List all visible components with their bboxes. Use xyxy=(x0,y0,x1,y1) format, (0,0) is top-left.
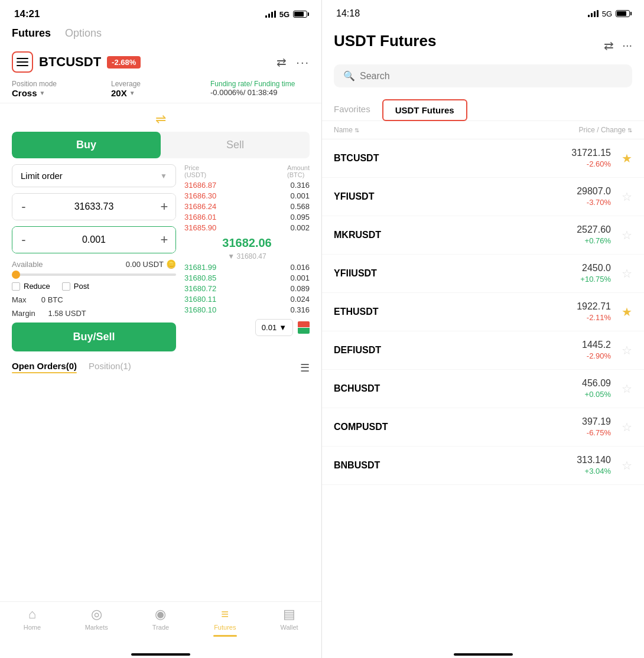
inst-price-col-defiusdt: 1445.2 -2.90% xyxy=(473,340,612,361)
qty-select[interactable]: 0.01 ▼ xyxy=(255,319,293,336)
right-time: 14:18 xyxy=(336,8,360,19)
nav-trade[interactable]: ◉ Trade xyxy=(129,607,193,637)
amount-input[interactable] xyxy=(35,234,153,245)
inst-change-yfiusdt: -3.70% xyxy=(587,198,611,207)
star-col-compusdt[interactable]: ☆ xyxy=(611,420,632,434)
tab-futures[interactable]: Futures xyxy=(12,27,51,42)
order-type-icon[interactable] xyxy=(298,321,310,334)
instrument-row-mkrusdt[interactable]: MKRUSDT 2527.60 +0.76% ☆ xyxy=(322,216,644,255)
star-compusdt[interactable]: ☆ xyxy=(622,421,632,434)
instrument-row-ethusdt[interactable]: ETHUSDT 1922.71 -2.11% ★ xyxy=(322,293,644,331)
instrument-row-bchusdt[interactable]: BCHUSDT 456.09 +0.05% ☆ xyxy=(322,370,644,408)
wallet-icon: ▤ xyxy=(283,607,295,622)
nav-futures[interactable]: ≡ Futures xyxy=(193,607,257,637)
reduce-checkbox[interactable] xyxy=(12,282,20,291)
open-orders-tab[interactable]: Open Orders(0) xyxy=(12,361,77,371)
right-signal-icon xyxy=(588,10,599,17)
instrument-row-btcusdt[interactable]: BTCUSDT 31721.15 -2.60% ★ xyxy=(322,139,644,178)
star-col-bnbusdt[interactable]: ☆ xyxy=(611,458,632,473)
left-tabs-row: Futures Options xyxy=(12,27,310,42)
inst-price-col-yfiusdt: 29807.0 -3.70% xyxy=(473,186,612,207)
exchange-icon[interactable]: ⇄ xyxy=(277,55,287,69)
buy-sell-row: Buy Sell xyxy=(12,132,310,158)
sell-button[interactable]: Sell xyxy=(161,132,310,158)
price-increase-button[interactable]: + xyxy=(153,194,175,220)
star-col-yfiusdt[interactable]: ☆ xyxy=(611,190,632,204)
post-checkbox-item[interactable]: Post xyxy=(62,282,89,291)
star-defiusdt[interactable]: ☆ xyxy=(622,344,632,357)
star-col-bchusdt[interactable]: ☆ xyxy=(611,382,632,396)
instrument-row-bnbusdt[interactable]: BNBUSDT 313.140 +3.04% ☆ xyxy=(322,447,644,485)
inst-price-yfiiusdt: 2450.0 xyxy=(473,263,612,273)
star-yfiiusdt[interactable]: ☆ xyxy=(622,267,632,280)
star-mkrusdt[interactable]: ☆ xyxy=(622,229,632,242)
price-change-column-header[interactable]: Price / Change ⇅ xyxy=(483,126,633,134)
star-bnbusdt[interactable]: ☆ xyxy=(622,459,632,472)
post-label: Post xyxy=(74,282,89,291)
orders-list-icon[interactable]: ☰ xyxy=(300,361,310,374)
ob-amount-header: Amount (BTC) xyxy=(287,164,310,178)
instrument-row-defiusdt[interactable]: DEFIUSDT 1445.2 -2.90% ☆ xyxy=(322,331,644,370)
reduce-checkbox-item[interactable]: Reduce xyxy=(12,282,50,291)
ticker-right-icons: ⇄ ··· xyxy=(277,55,310,69)
instrument-row-yfiusdt[interactable]: YFIUSDT 29807.0 -3.70% ☆ xyxy=(322,178,644,216)
post-checkbox[interactable] xyxy=(62,282,70,291)
more-options-icon[interactable]: ··· xyxy=(296,56,310,69)
ask-row-3: 31686.24 0.568 xyxy=(184,202,310,211)
nav-wallet[interactable]: ▤ Wallet xyxy=(257,607,321,637)
amount-decrease-button[interactable]: - xyxy=(12,227,35,253)
checkboxes-row: Reduce Post xyxy=(12,282,176,291)
limit-order-dropdown[interactable]: Limit order ▼ xyxy=(12,164,176,187)
star-col-ethusdt[interactable]: ★ xyxy=(611,305,632,319)
name-column-header[interactable]: Name ⇅ xyxy=(334,126,483,134)
price-input[interactable] xyxy=(35,201,153,212)
inst-name-yfiiusdt: YFIIUSDT xyxy=(334,268,473,279)
search-input[interactable] xyxy=(360,71,623,82)
leverage-col: Leverage 20X ▼ xyxy=(111,80,210,98)
instrument-row-yfiiusdt[interactable]: YFIIUSDT 2450.0 +10.75% ☆ xyxy=(322,255,644,293)
right-more-icon[interactable]: ··· xyxy=(622,38,632,53)
position-mode-value[interactable]: Cross ▼ xyxy=(12,88,111,98)
menu-line-1 xyxy=(17,58,28,59)
star-bchusdt[interactable]: ☆ xyxy=(622,382,632,395)
search-bar[interactable]: 🔍 xyxy=(334,64,632,87)
name-sort-icon: ⇅ xyxy=(354,127,359,133)
nav-home[interactable]: ⌂ Home xyxy=(0,607,64,637)
inst-name-yfiusdt: YFIUSDT xyxy=(334,191,473,202)
menu-icon[interactable] xyxy=(12,51,33,73)
price-decrease-button[interactable]: - xyxy=(12,194,35,220)
inst-price-bchusdt: 456.09 xyxy=(473,378,612,389)
orders-tabs: Open Orders(0) Position(1) xyxy=(12,361,131,371)
slider-track[interactable] xyxy=(12,273,176,276)
home-icon: ⌂ xyxy=(28,607,36,622)
leverage-value[interactable]: 20X ▼ xyxy=(111,88,210,98)
left-home-bar xyxy=(131,653,190,656)
tab-usdt-futures[interactable]: USDT Futures xyxy=(382,99,467,121)
slider-thumb[interactable] xyxy=(12,271,20,279)
buy-button[interactable]: Buy xyxy=(12,132,161,158)
star-col-defiusdt[interactable]: ☆ xyxy=(611,343,632,357)
nav-markets[interactable]: ◎ Markets xyxy=(64,607,129,637)
right-exchange-icon[interactable]: ⇄ xyxy=(604,38,614,53)
slider-row xyxy=(12,273,176,276)
tab-options[interactable]: Options xyxy=(65,27,102,42)
buysell-button[interactable]: Buy/Sell xyxy=(12,323,176,351)
star-ethusdt[interactable]: ★ xyxy=(622,305,632,318)
menu-line-2 xyxy=(17,61,28,63)
star-btcusdt[interactable]: ★ xyxy=(622,152,632,165)
right-title: USDT Futures xyxy=(334,32,436,50)
tab-favorites[interactable]: Favorites xyxy=(322,99,382,120)
star-col-btcusdt[interactable]: ★ xyxy=(611,151,632,165)
order-form: Limit order ▼ - + - + Available 0.00 USD… xyxy=(12,164,176,355)
inst-change-bchusdt: +0.05% xyxy=(585,390,611,399)
amount-increase-button[interactable]: + xyxy=(153,227,175,253)
markets-icon: ◎ xyxy=(91,607,102,622)
star-col-mkrusdt[interactable]: ☆ xyxy=(611,228,632,242)
futures-icon: ≡ xyxy=(221,607,229,622)
position-tab[interactable]: Position(1) xyxy=(89,361,131,371)
left-time: 14:21 xyxy=(14,8,40,20)
ticker-name[interactable]: BTCUSDT xyxy=(39,54,101,70)
star-yfiusdt[interactable]: ☆ xyxy=(622,190,632,203)
star-col-yfiiusdt[interactable]: ☆ xyxy=(611,266,632,281)
instrument-row-compusdt[interactable]: COMPUSDT 397.19 -6.75% ☆ xyxy=(322,408,644,447)
